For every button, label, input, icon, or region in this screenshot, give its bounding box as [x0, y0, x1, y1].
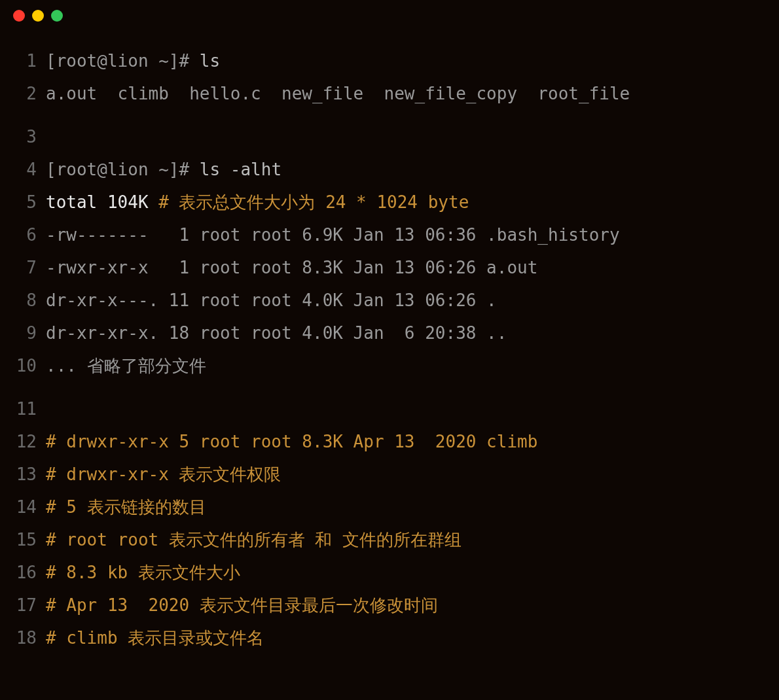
line-content: dr-xr-xr-x. 18 root root 4.0K Jan 6 20:3…: [46, 317, 772, 349]
line-number: 14: [0, 491, 46, 523]
command-text: ls -alht: [200, 160, 281, 179]
terminal-line: 13# drwxr-xr-x 表示文件权限: [0, 458, 772, 491]
terminal-line: 1[root@lion ~]# ls: [0, 44, 772, 77]
line-content: # Apr 13 2020 表示文件目录最后一次修改时间: [46, 589, 772, 621]
terminal-line: 2a.out climb hello.c new_file new_file_c…: [0, 77, 772, 110]
line-content: # climb 表示目录或文件名: [46, 621, 772, 654]
terminal-line: 16# 8.3 kb 表示文件大小: [0, 556, 772, 589]
terminal-line: 4[root@lion ~]# ls -alht: [0, 153, 772, 186]
output-text: dr-xr-xr-x. 18 root root 4.0K Jan 6 20:3…: [46, 323, 507, 343]
line-number: 10: [0, 349, 46, 382]
terminal-line: 7-rwxr-xr-x 1 root root 8.3K Jan 13 06:2…: [0, 251, 772, 284]
output-text: a.out climb hello.c new_file new_file_co…: [46, 84, 630, 103]
terminal-line: 12# drwxr-xr-x 5 root root 8.3K Apr 13 2…: [0, 425, 772, 458]
line-number: 15: [0, 523, 46, 556]
line-content: # drwxr-xr-x 5 root root 8.3K Apr 13 202…: [46, 425, 772, 458]
output-text: -rw------- 1 root root 6.9K Jan 13 06:36…: [46, 225, 620, 245]
line-content: dr-xr-x---. 11 root root 4.0K Jan 13 06:…: [46, 284, 772, 317]
terminal-line: 15# root root 表示文件的所有者 和 文件的所在群组: [0, 523, 772, 556]
line-number: 16: [0, 556, 46, 589]
terminal-line: 11: [0, 382, 772, 425]
terminal-line: 10... 省略了部分文件: [0, 349, 772, 382]
terminal-line: 9dr-xr-xr-x. 18 root root 4.0K Jan 6 20:…: [0, 317, 772, 349]
line-content: [root@lion ~]# ls -alht: [46, 153, 772, 186]
line-number: 9: [0, 317, 46, 349]
line-content: -rwxr-xr-x 1 root root 8.3K Jan 13 06:26…: [46, 251, 772, 284]
output-text: ... 省略了部分文件: [46, 356, 206, 376]
shell-prompt: [root@lion ~]#: [46, 51, 200, 71]
line-number: 11: [0, 393, 46, 425]
line-number: 2: [0, 77, 46, 110]
comment-text: # 8.3 kb 表示文件大小: [46, 563, 240, 582]
comment-text: # Apr 13 2020 表示文件目录最后一次修改时间: [46, 595, 438, 615]
terminal-window: 1[root@lion ~]# ls2a.out climb hello.c n…: [0, 0, 779, 700]
close-icon[interactable]: [13, 10, 25, 22]
line-content: ... 省略了部分文件: [46, 349, 772, 382]
line-number: 12: [0, 425, 46, 458]
line-content: [root@lion ~]# ls: [46, 44, 772, 77]
line-number: 1: [0, 44, 46, 77]
terminal-line: 3: [0, 110, 772, 153]
terminal-line: 18# climb 表示目录或文件名: [0, 621, 772, 654]
line-content: # 8.3 kb 表示文件大小: [46, 556, 772, 589]
terminal-line: 14# 5 表示链接的数目: [0, 491, 772, 523]
comment-text: # climb 表示目录或文件名: [46, 628, 264, 648]
line-number: 8: [0, 284, 46, 317]
maximize-icon[interactable]: [51, 10, 63, 22]
window-titlebar: [0, 0, 779, 31]
comment-text: # drwxr-xr-x 表示文件权限: [46, 464, 281, 484]
terminal-line: 6-rw------- 1 root root 6.9K Jan 13 06:3…: [0, 219, 772, 251]
line-content: [46, 382, 772, 415]
minimize-icon[interactable]: [32, 10, 44, 22]
output-text: -rwxr-xr-x 1 root root 8.3K Jan 13 06:26…: [46, 258, 537, 277]
line-content: [46, 110, 772, 143]
shell-prompt: [root@lion ~]#: [46, 160, 200, 179]
line-content: # root root 表示文件的所有者 和 文件的所在群组: [46, 523, 772, 556]
line-number: 5: [0, 186, 46, 219]
command-text: ls: [200, 51, 220, 71]
comment-text: # root root 表示文件的所有者 和 文件的所在群组: [46, 530, 462, 550]
line-number: 18: [0, 621, 46, 654]
line-number: 4: [0, 153, 46, 186]
line-number: 7: [0, 251, 46, 284]
line-content: # 5 表示链接的数目: [46, 491, 772, 523]
terminal-line: 8dr-xr-x---. 11 root root 4.0K Jan 13 06…: [0, 284, 772, 317]
output-text: dr-xr-x---. 11 root root 4.0K Jan 13 06:…: [46, 290, 497, 310]
line-number: 17: [0, 589, 46, 621]
line-content: total 104K # 表示总文件大小为 24 * 1024 byte: [46, 186, 772, 219]
comment-text: # 5 表示链接的数目: [46, 497, 206, 517]
line-content: # drwxr-xr-x 表示文件权限: [46, 458, 772, 491]
comment-text: # drwxr-xr-x 5 root root 8.3K Apr 13 202…: [46, 432, 537, 451]
line-number: 13: [0, 458, 46, 491]
line-content: -rw------- 1 root root 6.9K Jan 13 06:36…: [46, 219, 772, 251]
terminal-body[interactable]: 1[root@lion ~]# ls2a.out climb hello.c n…: [0, 31, 779, 667]
line-content: a.out climb hello.c new_file new_file_co…: [46, 77, 772, 110]
comment-text: # 表示总文件大小为 24 * 1024 byte: [158, 192, 469, 212]
terminal-line: 5total 104K # 表示总文件大小为 24 * 1024 byte: [0, 186, 772, 219]
line-number: 3: [0, 120, 46, 153]
line-number: 6: [0, 219, 46, 251]
total-text: total 104K: [46, 192, 158, 212]
terminal-line: 17# Apr 13 2020 表示文件目录最后一次修改时间: [0, 589, 772, 621]
